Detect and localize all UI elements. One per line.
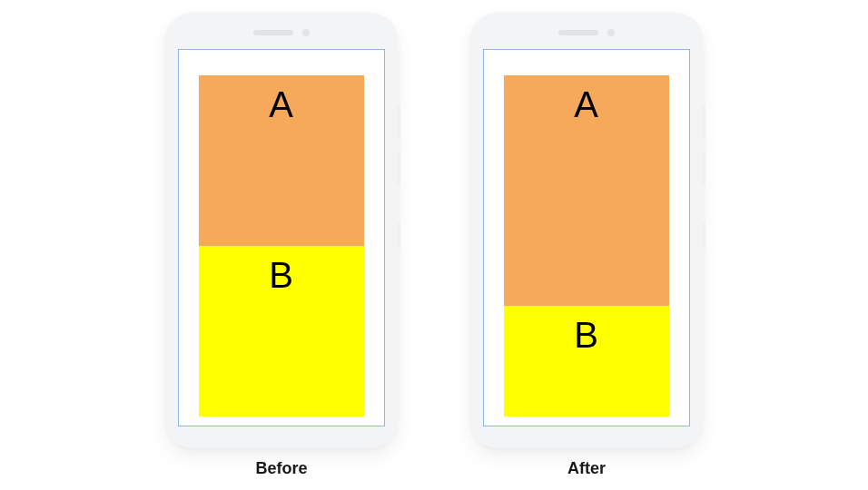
- block-b: B: [504, 306, 669, 416]
- side-button-icon: [397, 151, 400, 187]
- speaker-icon: [558, 30, 598, 35]
- phone-screen: A B: [178, 49, 385, 426]
- phone-after: A B After: [470, 13, 703, 478]
- block-a: A: [504, 75, 669, 307]
- side-button-icon: [702, 151, 705, 187]
- layout-content: A B: [199, 75, 364, 416]
- phone-frame: A B: [165, 13, 398, 448]
- phone-frame: A B: [470, 13, 703, 448]
- phone-notch: [558, 29, 615, 36]
- caption-before: Before: [255, 459, 307, 478]
- side-button-icon: [702, 103, 705, 140]
- side-button-icon: [397, 103, 400, 140]
- camera-icon: [302, 29, 310, 36]
- block-b: B: [199, 246, 364, 416]
- phone-before: A B Before: [165, 13, 398, 478]
- phone-screen: A B: [483, 49, 690, 426]
- side-button-icon: [702, 221, 705, 249]
- caption-after: After: [567, 459, 606, 478]
- side-button-icon: [397, 221, 400, 249]
- layout-content: A B: [504, 75, 669, 416]
- camera-icon: [607, 29, 615, 36]
- speaker-icon: [253, 30, 293, 35]
- phone-notch: [253, 29, 310, 36]
- block-a: A: [199, 75, 364, 246]
